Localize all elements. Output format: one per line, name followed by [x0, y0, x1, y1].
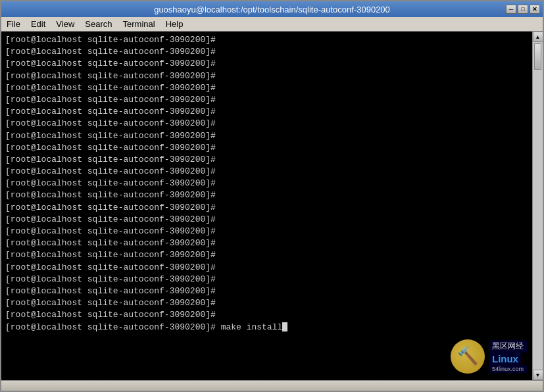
- terminal-row: [root@localhost sqlite-autoconf-3090200]…: [5, 202, 528, 214]
- title-bar: guoshaoyu@localhost:/opt/toolschain/sqli…: [1, 1, 543, 17]
- terminal-row: [root@localhost sqlite-autoconf-3090200]…: [5, 130, 528, 142]
- menu-search[interactable]: Search: [80, 18, 117, 30]
- menu-terminal[interactable]: Terminal: [118, 18, 161, 30]
- scroll-track[interactable]: [533, 42, 543, 370]
- terminal-last-line: [root@localhost sqlite-autoconf-3090200]…: [5, 322, 528, 333]
- terminal-row: [root@localhost sqlite-autoconf-3090200]…: [5, 70, 528, 82]
- terminal-content[interactable]: [root@localhost sqlite-autoconf-3090200]…: [1, 32, 532, 380]
- window-title: guoshaoyu@localhost:/opt/toolschain/sqli…: [154, 5, 390, 14]
- watermark-site: 黑区网经: [489, 340, 527, 353]
- terminal-row: [root@localhost sqlite-autoconf-3090200]…: [5, 214, 528, 226]
- watermark-text: 黑区网经 Linux 54linux.com: [489, 340, 527, 373]
- menu-help[interactable]: Help: [161, 18, 189, 30]
- terminal-row: [root@localhost sqlite-autoconf-3090200]…: [5, 178, 528, 189]
- watermark-url: 54linux.com: [489, 365, 527, 373]
- terminal-row: [root@localhost sqlite-autoconf-3090200]…: [5, 106, 528, 118]
- terminal-row: [root@localhost sqlite-autoconf-3090200]…: [5, 189, 528, 201]
- window-controls: ─ □ ✕: [506, 5, 540, 14]
- terminal-row: [root@localhost sqlite-autoconf-3090200]…: [5, 297, 528, 309]
- bottom-bar: [1, 380, 543, 391]
- terminal-window: guoshaoyu@localhost:/opt/toolschain/sqli…: [0, 0, 544, 392]
- terminal-row: [root@localhost sqlite-autoconf-3090200]…: [5, 285, 528, 297]
- scroll-thumb[interactable]: [534, 43, 541, 70]
- watermark-linux: Linux: [489, 353, 522, 365]
- terminal-row: [root@localhost sqlite-autoconf-3090200]…: [5, 309, 528, 321]
- terminal-row: [root@localhost sqlite-autoconf-3090200]…: [5, 94, 528, 106]
- terminal-row: [root@localhost sqlite-autoconf-3090200]…: [5, 249, 528, 261]
- terminal-row: [root@localhost sqlite-autoconf-3090200]…: [5, 82, 528, 94]
- maximize-button[interactable]: □: [518, 5, 528, 14]
- terminal-row: [root@localhost sqlite-autoconf-3090200]…: [5, 166, 528, 178]
- scroll-up-button[interactable]: ▲: [533, 32, 543, 42]
- watermark-icon: 🔨: [451, 339, 485, 374]
- terminal-cursor: [282, 322, 287, 331]
- menu-edit[interactable]: Edit: [26, 18, 51, 30]
- terminal-row: [root@localhost sqlite-autoconf-3090200]…: [5, 154, 528, 166]
- terminal-row: [root@localhost sqlite-autoconf-3090200]…: [5, 274, 528, 285]
- terminal-row: [root@localhost sqlite-autoconf-3090200]…: [5, 226, 528, 237]
- terminal-row: [root@localhost sqlite-autoconf-3090200]…: [5, 58, 528, 70]
- scrollbar[interactable]: ▲ ▼: [532, 32, 543, 380]
- menu-view[interactable]: View: [51, 18, 80, 30]
- minimize-button[interactable]: ─: [506, 5, 516, 14]
- terminal-row: [root@localhost sqlite-autoconf-3090200]…: [5, 237, 528, 249]
- terminal-wrapper: [root@localhost sqlite-autoconf-3090200]…: [1, 32, 543, 380]
- menu-bar: File Edit View Search Terminal Help: [1, 17, 543, 32]
- terminal-row: [root@localhost sqlite-autoconf-3090200]…: [5, 142, 528, 154]
- watermark: 🔨 黑区网经 Linux 54linux.com: [451, 339, 527, 374]
- terminal-row: [root@localhost sqlite-autoconf-3090200]…: [5, 34, 528, 46]
- menu-file[interactable]: File: [1, 18, 26, 30]
- terminal-row: [root@localhost sqlite-autoconf-3090200]…: [5, 262, 528, 274]
- terminal-row: [root@localhost sqlite-autoconf-3090200]…: [5, 118, 528, 130]
- terminal-row: [root@localhost sqlite-autoconf-3090200]…: [5, 46, 528, 58]
- close-button[interactable]: ✕: [530, 5, 540, 14]
- scroll-down-button[interactable]: ▼: [533, 370, 543, 380]
